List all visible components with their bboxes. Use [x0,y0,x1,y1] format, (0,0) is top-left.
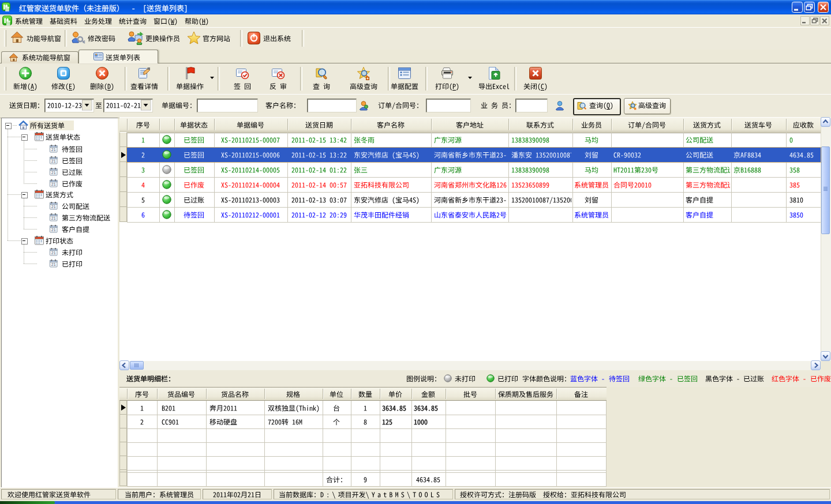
svg-text:21: 21 [51,228,56,232]
svg-text:21: 21 [51,171,56,175]
svg-text:21: 21 [51,182,56,186]
svg-text:21: 21 [51,251,56,255]
svg-text:21: 21 [51,262,56,266]
svg-text:21: 21 [51,205,56,209]
svg-text:21: 21 [51,159,56,163]
svg-text:21: 21 [51,216,56,220]
svg-text:21: 21 [51,148,56,152]
